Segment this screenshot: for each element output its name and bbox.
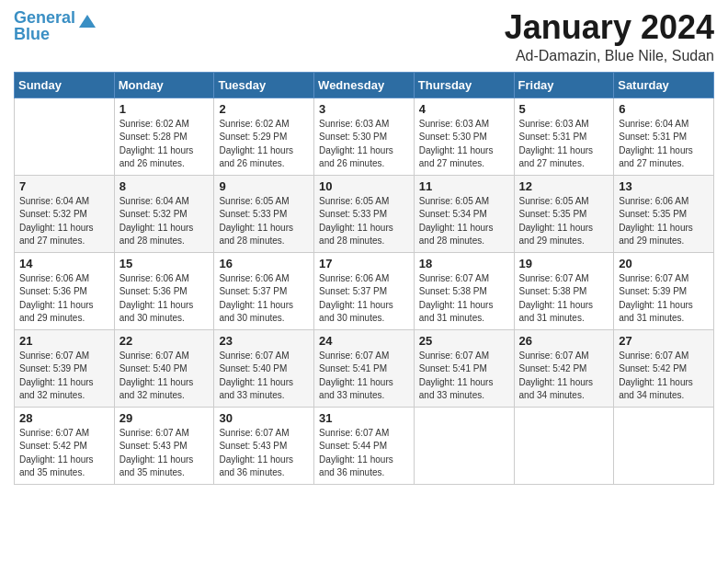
calendar-cell xyxy=(514,407,614,484)
weekday-monday: Monday xyxy=(114,72,214,98)
week-row-3: 14Sunrise: 6:06 AMSunset: 5:36 PMDayligh… xyxy=(15,252,714,329)
calendar-cell: 31Sunrise: 6:07 AMSunset: 5:44 PMDayligh… xyxy=(314,407,415,484)
day-number: 26 xyxy=(519,334,609,348)
day-number: 11 xyxy=(419,179,509,193)
calendar-cell: 13Sunrise: 6:06 AMSunset: 5:35 PMDayligh… xyxy=(614,175,714,252)
day-number: 16 xyxy=(219,257,309,270)
calendar-cell: 5Sunrise: 6:03 AMSunset: 5:31 PMDaylight… xyxy=(514,98,614,175)
calendar-cell: 28Sunrise: 6:07 AMSunset: 5:42 PMDayligh… xyxy=(15,407,115,484)
day-number: 27 xyxy=(619,334,709,348)
calendar-table: SundayMondayTuesdayWednesdayThursdayFrid… xyxy=(14,72,714,485)
day-number: 7 xyxy=(19,179,109,193)
calendar-cell: 14Sunrise: 6:06 AMSunset: 5:36 PMDayligh… xyxy=(15,252,115,329)
weekday-tuesday: Tuesday xyxy=(214,72,314,98)
calendar-cell: 29Sunrise: 6:07 AMSunset: 5:43 PMDayligh… xyxy=(114,407,214,484)
day-info: Sunrise: 6:07 AMSunset: 5:41 PMDaylight:… xyxy=(319,350,409,403)
day-info: Sunrise: 6:07 AMSunset: 5:39 PMDaylight:… xyxy=(619,272,709,326)
weekday-friday: Friday xyxy=(514,72,614,98)
calendar-cell: 15Sunrise: 6:06 AMSunset: 5:36 PMDayligh… xyxy=(114,252,214,329)
day-info: Sunrise: 6:07 AMSunset: 5:40 PMDaylight:… xyxy=(219,350,309,403)
day-number: 14 xyxy=(19,257,109,270)
logo-text: General Blue xyxy=(14,9,75,42)
day-number: 31 xyxy=(319,411,409,425)
calendar-cell: 8Sunrise: 6:04 AMSunset: 5:32 PMDaylight… xyxy=(114,175,214,252)
day-number: 22 xyxy=(119,334,210,348)
logo-icon xyxy=(77,11,97,31)
calendar-cell: 9Sunrise: 6:05 AMSunset: 5:33 PMDaylight… xyxy=(214,175,314,252)
calendar-cell: 3Sunrise: 6:03 AMSunset: 5:30 PMDaylight… xyxy=(314,98,415,175)
day-info: Sunrise: 6:07 AMSunset: 5:41 PMDaylight:… xyxy=(419,350,509,403)
calendar-cell: 4Sunrise: 6:03 AMSunset: 5:30 PMDaylight… xyxy=(414,98,514,175)
calendar-cell: 23Sunrise: 6:07 AMSunset: 5:40 PMDayligh… xyxy=(214,329,314,407)
day-number: 12 xyxy=(519,179,609,193)
day-number: 28 xyxy=(19,411,109,425)
calendar-cell: 24Sunrise: 6:07 AMSunset: 5:41 PMDayligh… xyxy=(314,329,415,407)
day-number: 13 xyxy=(619,179,709,193)
day-info: Sunrise: 6:05 AMSunset: 5:33 PMDaylight:… xyxy=(219,195,309,248)
calendar-cell: 19Sunrise: 6:07 AMSunset: 5:38 PMDayligh… xyxy=(514,252,614,329)
day-info: Sunrise: 6:06 AMSunset: 5:36 PMDaylight:… xyxy=(119,272,210,326)
day-info: Sunrise: 6:02 AMSunset: 5:29 PMDaylight:… xyxy=(219,118,309,171)
calendar-cell xyxy=(15,98,115,175)
calendar-cell xyxy=(614,407,714,484)
weekday-wednesday: Wednesday xyxy=(314,72,415,98)
day-info: Sunrise: 6:04 AMSunset: 5:31 PMDaylight:… xyxy=(619,118,709,171)
calendar-cell: 27Sunrise: 6:07 AMSunset: 5:42 PMDayligh… xyxy=(614,329,714,407)
day-number: 23 xyxy=(219,334,309,348)
day-info: Sunrise: 6:07 AMSunset: 5:38 PMDaylight:… xyxy=(419,272,509,326)
calendar-cell: 12Sunrise: 6:05 AMSunset: 5:35 PMDayligh… xyxy=(514,175,614,252)
calendar-cell: 22Sunrise: 6:07 AMSunset: 5:40 PMDayligh… xyxy=(114,329,214,407)
weekday-saturday: Saturday xyxy=(614,72,714,98)
calendar-cell: 7Sunrise: 6:04 AMSunset: 5:32 PMDaylight… xyxy=(15,175,115,252)
day-info: Sunrise: 6:07 AMSunset: 5:39 PMDaylight:… xyxy=(19,350,109,403)
weekday-thursday: Thursday xyxy=(414,72,514,98)
day-number: 10 xyxy=(319,179,409,193)
day-info: Sunrise: 6:07 AMSunset: 5:43 PMDaylight:… xyxy=(219,427,309,480)
day-info: Sunrise: 6:04 AMSunset: 5:32 PMDaylight:… xyxy=(119,195,210,248)
day-number: 19 xyxy=(519,257,609,270)
day-info: Sunrise: 6:03 AMSunset: 5:30 PMDaylight:… xyxy=(419,118,509,171)
week-row-5: 28Sunrise: 6:07 AMSunset: 5:42 PMDayligh… xyxy=(15,407,714,484)
calendar-cell: 16Sunrise: 6:06 AMSunset: 5:37 PMDayligh… xyxy=(214,252,314,329)
calendar-cell: 30Sunrise: 6:07 AMSunset: 5:43 PMDayligh… xyxy=(214,407,314,484)
logo-blue: Blue xyxy=(14,25,50,43)
week-row-4: 21Sunrise: 6:07 AMSunset: 5:39 PMDayligh… xyxy=(15,329,714,407)
day-number: 1 xyxy=(119,102,210,116)
day-number: 15 xyxy=(119,257,210,270)
day-info: Sunrise: 6:05 AMSunset: 5:34 PMDaylight:… xyxy=(419,195,509,248)
weekday-header-row: SundayMondayTuesdayWednesdayThursdayFrid… xyxy=(15,72,714,98)
calendar-cell: 26Sunrise: 6:07 AMSunset: 5:42 PMDayligh… xyxy=(514,329,614,407)
day-number: 24 xyxy=(319,334,409,348)
day-info: Sunrise: 6:05 AMSunset: 5:35 PMDaylight:… xyxy=(519,195,609,248)
location-title: Ad-Damazin, Blue Nile, Sudan xyxy=(505,48,714,64)
calendar-cell: 2Sunrise: 6:02 AMSunset: 5:29 PMDaylight… xyxy=(214,98,314,175)
day-info: Sunrise: 6:07 AMSunset: 5:40 PMDaylight:… xyxy=(119,350,210,403)
week-row-1: 1Sunrise: 6:02 AMSunset: 5:28 PMDaylight… xyxy=(15,98,714,175)
day-info: Sunrise: 6:02 AMSunset: 5:28 PMDaylight:… xyxy=(119,118,210,171)
day-number: 25 xyxy=(419,334,509,348)
day-number: 5 xyxy=(519,102,609,116)
day-info: Sunrise: 6:06 AMSunset: 5:37 PMDaylight:… xyxy=(219,272,309,326)
calendar-cell: 6Sunrise: 6:04 AMSunset: 5:31 PMDaylight… xyxy=(614,98,714,175)
day-info: Sunrise: 6:06 AMSunset: 5:37 PMDaylight:… xyxy=(319,272,409,326)
day-info: Sunrise: 6:07 AMSunset: 5:44 PMDaylight:… xyxy=(319,427,409,480)
day-info: Sunrise: 6:05 AMSunset: 5:33 PMDaylight:… xyxy=(319,195,409,248)
day-info: Sunrise: 6:07 AMSunset: 5:42 PMDaylight:… xyxy=(519,350,609,403)
day-info: Sunrise: 6:03 AMSunset: 5:30 PMDaylight:… xyxy=(319,118,409,171)
calendar-cell: 10Sunrise: 6:05 AMSunset: 5:33 PMDayligh… xyxy=(314,175,415,252)
calendar-cell: 25Sunrise: 6:07 AMSunset: 5:41 PMDayligh… xyxy=(414,329,514,407)
calendar-cell: 18Sunrise: 6:07 AMSunset: 5:38 PMDayligh… xyxy=(414,252,514,329)
day-info: Sunrise: 6:06 AMSunset: 5:35 PMDaylight:… xyxy=(619,195,709,248)
title-block: January 2024 Ad-Damazin, Blue Nile, Suda… xyxy=(505,9,714,64)
day-number: 29 xyxy=(119,411,210,425)
day-number: 17 xyxy=(319,257,409,270)
calendar-cell: 17Sunrise: 6:06 AMSunset: 5:37 PMDayligh… xyxy=(314,252,415,329)
day-number: 20 xyxy=(619,257,709,270)
calendar-cell: 11Sunrise: 6:05 AMSunset: 5:34 PMDayligh… xyxy=(414,175,514,252)
day-info: Sunrise: 6:04 AMSunset: 5:32 PMDaylight:… xyxy=(19,195,109,248)
weekday-sunday: Sunday xyxy=(15,72,115,98)
day-info: Sunrise: 6:07 AMSunset: 5:42 PMDaylight:… xyxy=(19,427,109,480)
calendar-cell: 21Sunrise: 6:07 AMSunset: 5:39 PMDayligh… xyxy=(15,329,115,407)
month-title: January 2024 xyxy=(505,9,714,46)
day-number: 18 xyxy=(419,257,509,270)
